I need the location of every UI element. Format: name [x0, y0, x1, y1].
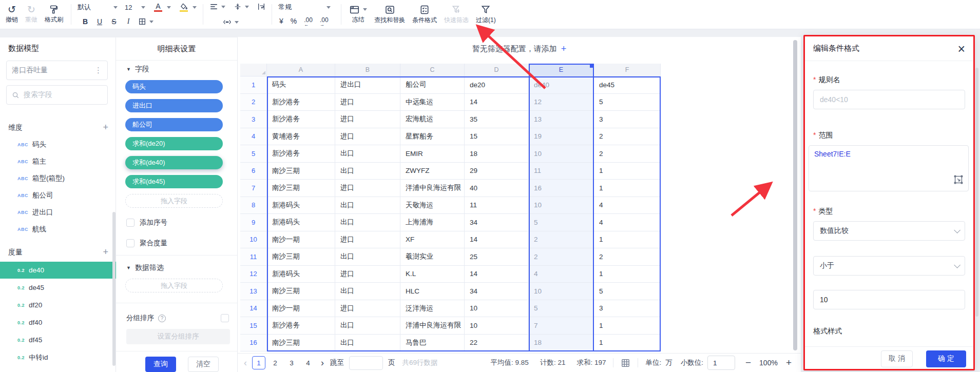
cell[interactable]: 南沙三期 [267, 163, 335, 180]
font-family-dropdown[interactable]: 默认 [75, 3, 120, 12]
cell[interactable]: 19 [529, 128, 594, 146]
field-chip[interactable]: 码头 [125, 80, 223, 93]
font-size-dropdown[interactable]: 12 [123, 4, 147, 11]
cell[interactable]: 新港码头 [267, 197, 335, 214]
filter-drop-zone[interactable]: 拖入字段 [125, 279, 223, 292]
cell[interactable]: 码头 [267, 76, 335, 94]
fill-color-button[interactable] [176, 3, 199, 12]
sidebar-dimension-item[interactable]: ABC码头 [0, 136, 116, 153]
row-number[interactable]: 13 [240, 283, 267, 300]
cell[interactable]: 7 [529, 317, 594, 335]
undo-button[interactable]: ↺ 撤销 [2, 0, 22, 29]
cell[interactable]: 3 [594, 111, 661, 128]
text-overflow-dropdown[interactable] [221, 18, 241, 26]
field-search-input[interactable]: 搜索字段 [6, 85, 108, 105]
row-number[interactable]: 2 [240, 94, 267, 111]
cell[interactable]: 进口 [335, 231, 400, 249]
range-select-icon[interactable] [953, 174, 964, 187]
cell[interactable]: 1 [594, 231, 661, 249]
row-number[interactable]: 4 [240, 128, 267, 146]
add-serial-checkbox[interactable] [126, 219, 134, 227]
cell[interactable]: 4 [594, 197, 661, 214]
cell[interactable]: 上海浦海 [400, 214, 465, 231]
field-chip[interactable]: 进出口 [125, 99, 223, 112]
next-page-icon[interactable]: › [321, 358, 324, 368]
cell[interactable]: 新沙港务 [267, 317, 335, 335]
cell[interactable]: 洋浦中良海运有限 [400, 317, 465, 335]
cell[interactable]: ZWYFZ [400, 163, 465, 180]
cell[interactable]: 马鲁巴 [400, 335, 465, 352]
cell[interactable]: 宏海航运 [400, 111, 465, 128]
cell[interactable]: 星辉船务 [400, 128, 465, 146]
cell[interactable]: 新港码头 [267, 266, 335, 283]
bold-button[interactable]: B [79, 17, 92, 26]
add-dimension-button[interactable]: + [103, 122, 108, 133]
cell[interactable]: 进口 [335, 180, 400, 197]
canvas-scrollbar[interactable] [793, 40, 797, 350]
add-filter-button[interactable]: + [561, 44, 567, 54]
dataset-selector[interactable]: 港口吞吐量 ⋮ [6, 61, 108, 80]
cell[interactable]: 出口 [335, 317, 400, 335]
filter-button[interactable]: 过滤(1) [472, 0, 499, 29]
sidebar-measure-item[interactable]: 0.2de40 [0, 262, 116, 279]
cell[interactable]: EMIR [400, 145, 465, 163]
cell[interactable]: 洋浦中良海运有限 [400, 180, 465, 197]
row-number[interactable]: 16 [240, 335, 267, 352]
zoom-in-button[interactable]: + [786, 357, 792, 368]
cell[interactable]: 11 [465, 197, 529, 214]
decrease-decimal-button[interactable]: .00 ← [304, 16, 313, 26]
cell[interactable]: de20 [465, 76, 529, 94]
cell[interactable]: 22 [465, 335, 529, 352]
row-number[interactable]: 1 [240, 76, 267, 94]
cell[interactable]: 14 [465, 231, 529, 249]
italic-button[interactable]: I [122, 17, 135, 26]
sidebar-dimension-item[interactable]: ABC箱型(箱型) [0, 170, 116, 187]
page-number[interactable]: 1 [252, 356, 265, 369]
cell[interactable]: 出口 [335, 145, 400, 163]
set-group-sort-button[interactable]: 设置分组排序 [126, 329, 230, 344]
data-filter-section-toggle[interactable]: ▼ 数据筛选 [126, 263, 164, 272]
field-chip[interactable]: 求和(de40) [125, 156, 223, 169]
field-chip[interactable]: 船公司 [125, 118, 223, 131]
cell[interactable]: 5 [594, 94, 661, 111]
cell[interactable]: 新港码头 [267, 214, 335, 231]
vertical-align-dropdown[interactable] [232, 3, 251, 11]
row-number[interactable]: 6 [240, 163, 267, 180]
cell[interactable]: 4 [594, 214, 661, 231]
cell[interactable]: 3 [594, 300, 661, 318]
cell[interactable]: 进口 [335, 111, 400, 128]
cancel-button[interactable]: 取 消 [881, 350, 913, 367]
page-number[interactable]: 3 [285, 356, 298, 369]
cell[interactable]: XF [400, 231, 465, 249]
column-header-B[interactable]: B [335, 64, 400, 76]
sidebar-measure-item[interactable]: 0.2de45 [0, 279, 116, 296]
underline-button[interactable]: U [93, 17, 106, 26]
redo-button[interactable]: ↻ 重做 [22, 0, 41, 29]
cell[interactable]: 新沙港务 [267, 145, 335, 163]
sidebar-measure-item[interactable]: 0.2df45 [0, 331, 116, 348]
cell[interactable]: 出口 [335, 335, 400, 352]
strikethrough-button[interactable]: S [107, 17, 121, 26]
font-color-button[interactable]: A [150, 3, 173, 12]
cell[interactable]: 18 [529, 335, 594, 352]
cell[interactable]: 进出口 [335, 76, 400, 94]
cell[interactable]: 南沙三期 [267, 335, 335, 352]
page-number[interactable]: 2 [268, 356, 282, 369]
cell[interactable]: 出口 [335, 214, 400, 231]
cell[interactable]: 5 [594, 283, 661, 300]
number-format-dropdown[interactable]: 常规 [276, 3, 333, 12]
group-sort-checkbox[interactable] [221, 314, 229, 322]
field-chip[interactable]: 求和(de20) [125, 137, 223, 150]
column-header-D[interactable]: D [465, 64, 529, 76]
cell[interactable]: de45 [594, 76, 661, 94]
cell[interactable]: 新沙港务 [267, 111, 335, 128]
row-number[interactable]: 5 [240, 145, 267, 163]
cell[interactable]: 出口 [335, 163, 400, 180]
cell[interactable]: 11 [529, 163, 594, 180]
cell[interactable]: 10 [529, 283, 594, 300]
field-chip[interactable]: 求和(de45) [125, 175, 223, 188]
freeze-button[interactable]: 冻结 [345, 0, 371, 29]
cell[interactable]: 出口 [335, 283, 400, 300]
cell[interactable]: 进口 [335, 266, 400, 283]
cell[interactable]: de40 [529, 76, 594, 94]
